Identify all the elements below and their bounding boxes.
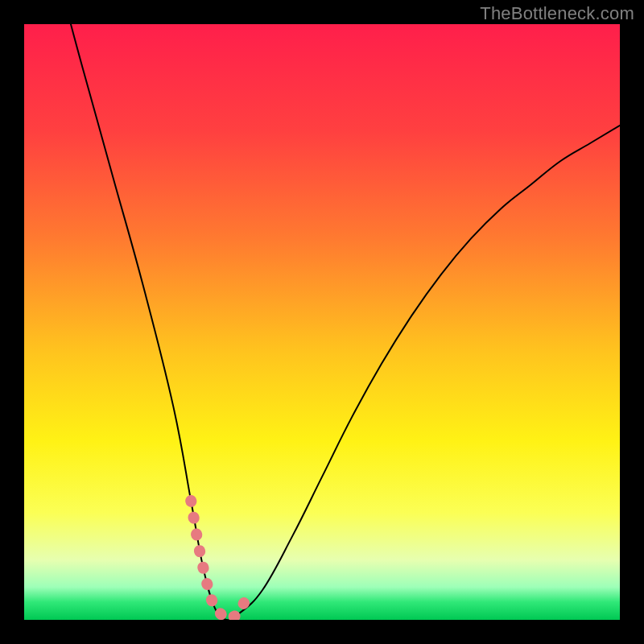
chart-svg [24,24,620,620]
watermark-text: TheBottleneck.com [480,3,634,24]
chart-frame: TheBottleneck.com [0,0,644,644]
gradient-fill [24,24,620,620]
plot-area [24,24,620,620]
